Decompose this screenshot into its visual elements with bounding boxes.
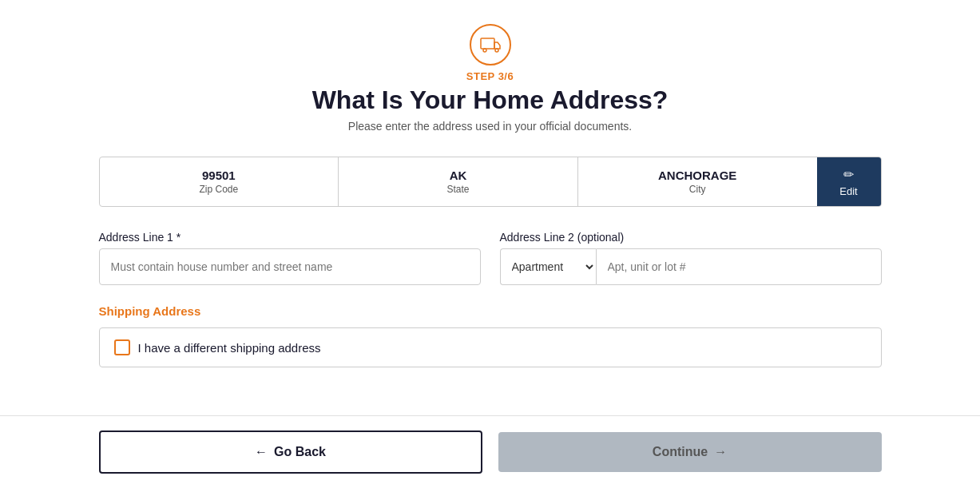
edit-label: Edit [839, 185, 857, 197]
address-line2-wrapper: Address Line 2 (optional) Apartment Suit… [500, 231, 882, 285]
shipping-section-title: Shipping Address [99, 304, 882, 318]
svg-rect-0 [481, 38, 494, 49]
city-value: ANCHORAGE [658, 169, 736, 182]
edit-button[interactable]: ✏ Edit [817, 157, 881, 206]
different-shipping-checkbox[interactable]: I have a different shipping address [99, 327, 882, 367]
svg-point-2 [495, 49, 498, 52]
address-line2-group: Apartment Suite Unit Other [500, 248, 882, 285]
state-cell: AK State [339, 157, 578, 206]
address-form: Address Line 1 * Address Line 2 (optiona… [99, 231, 882, 367]
zip-label: Zip Code [199, 184, 238, 195]
address-line1-input[interactable] [99, 248, 481, 285]
location-bar: 99501 Zip Code AK State ANCHORAGE City ✏… [99, 157, 882, 207]
step-icon [470, 24, 511, 65]
page-subtitle: Please enter the address used in your of… [348, 120, 632, 133]
step-label: STEP 3/6 [466, 70, 514, 82]
state-value: AK [450, 169, 467, 182]
apt-number-input[interactable] [596, 248, 882, 285]
address-line2-label: Address Line 2 (optional) [500, 231, 882, 244]
zip-cell: 99501 Zip Code [100, 157, 339, 206]
go-back-label: Go Back [274, 445, 326, 459]
page-title: What Is Your Home Address? [312, 85, 669, 115]
address-line1-label: Address Line 1 * [99, 231, 481, 244]
apt-type-select[interactable]: Apartment Suite Unit Other [500, 248, 596, 285]
zip-value: 99501 [202, 169, 236, 182]
address-line1-group: Address Line 1 * [99, 231, 481, 285]
checkbox-label: I have a different shipping address [138, 341, 321, 355]
city-label: City [689, 184, 706, 195]
address-row: Address Line 1 * Address Line 2 (optiona… [99, 231, 882, 285]
go-back-button[interactable]: ← Go Back [99, 430, 482, 474]
checkbox-icon [114, 339, 130, 355]
svg-point-1 [483, 49, 486, 52]
arrow-right-icon: → [714, 445, 727, 459]
state-label: State [446, 184, 469, 195]
continue-label: Continue [653, 445, 708, 459]
footer: ← Go Back Continue → [0, 415, 980, 488]
pencil-icon: ✏ [843, 167, 854, 182]
continue-button[interactable]: Continue → [498, 432, 882, 472]
city-cell: ANCHORAGE City [578, 157, 817, 206]
arrow-left-icon: ← [255, 445, 268, 459]
